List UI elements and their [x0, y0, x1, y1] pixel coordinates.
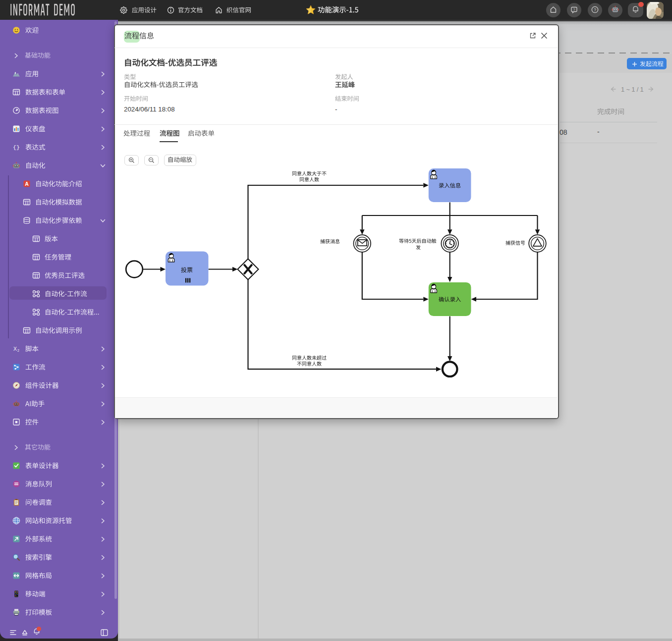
svg-text:X: X	[13, 346, 17, 352]
svg-text:2: 2	[17, 349, 19, 352]
svg-text:A: A	[25, 181, 29, 187]
svg-text:{}: {}	[13, 144, 20, 151]
svg-text:?: ?	[573, 8, 575, 11]
svg-text:?: ?	[594, 7, 596, 12]
